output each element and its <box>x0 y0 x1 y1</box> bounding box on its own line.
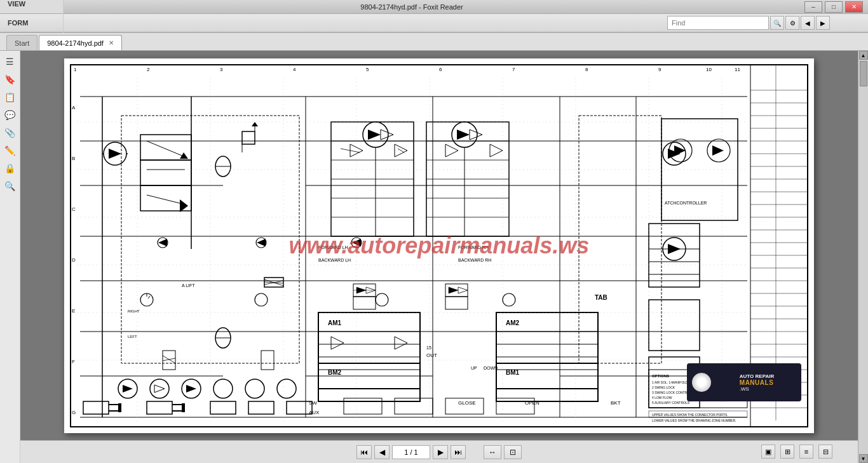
svg-rect-175 <box>118 403 121 412</box>
svg-text:4: 4 <box>293 67 296 72</box>
svg-text:2: 2 <box>147 67 150 72</box>
content-area: 1 2 3 4 5 6 7 8 9 10 11 A B C D E <box>20 51 858 463</box>
find-prev-icon[interactable]: ◀ <box>801 16 815 30</box>
svg-text:FORWARD LH: FORWARD LH <box>318 245 348 250</box>
window-controls: – □ ✕ <box>804 1 863 13</box>
doc-tab-start[interactable]: Start <box>6 35 37 50</box>
svg-text:C: C <box>72 206 76 212</box>
svg-text:6: 6 <box>439 67 442 72</box>
logo-main-text: MANUALS <box>740 379 774 386</box>
svg-text:8: 8 <box>585 67 588 72</box>
svg-text:9: 9 <box>658 67 661 72</box>
svg-text:11: 11 <box>735 67 740 72</box>
svg-text:OPEN: OPEN <box>525 400 539 406</box>
vertical-scrollbar[interactable]: ▲ ▼ <box>858 51 868 463</box>
svg-text:A: A <box>72 105 76 111</box>
svg-text:5: 5 <box>366 67 369 72</box>
last-page-button[interactable]: ⏭ <box>451 445 466 459</box>
view-mode-scroll[interactable]: ≡ <box>799 445 813 459</box>
view-mode-grid[interactable]: ⊟ <box>818 445 832 459</box>
svg-text:LOWER VALUES SHOW THE DRAWING : LOWER VALUES SHOW THE DRAWING ZONE NUMBE… <box>652 419 736 422</box>
svg-text:BKT: BKT <box>611 400 621 406</box>
scroll-down-button[interactable]: ▼ <box>859 454 868 463</box>
status-right: ▣ ⊞ ≡ ⊟ <box>761 440 832 463</box>
findbar: 🔍 ⚙ ◀ ▶ <box>667 16 830 30</box>
tabsbar: Start9804-2174hyd.pdf✕ <box>0 33 868 51</box>
svg-text:BACKWARD LH: BACKWARD LH <box>318 258 351 262</box>
tab-close-pdf[interactable]: ✕ <box>109 39 114 46</box>
svg-text:7: 7 <box>512 67 515 72</box>
pdf-viewer[interactable]: 1 2 3 4 5 6 7 8 9 10 11 A B C D E <box>20 51 858 440</box>
left-sidebar: ☰🔖📋💬📎✏️🔒🔍 <box>0 51 20 463</box>
close-button[interactable]: ✕ <box>845 1 863 13</box>
svg-text:F: F <box>72 359 75 365</box>
svg-text:G: G <box>72 410 76 415</box>
svg-text:LEFT: LEFT <box>128 335 137 339</box>
find-search-icon[interactable]: 🔍 <box>770 16 784 30</box>
brand-logo: AUTO REPAIR MANUALS .WS <box>687 363 801 401</box>
svg-text:A LIFT: A LIFT <box>182 283 195 288</box>
svg-text:2 SWING LOCK: 2 SWING LOCK <box>652 386 675 389</box>
bottom-navigation: ⏮ ◀ ▶ ⏭ ↔ ⊡ ▣ ⊞ ≡ ⊟ <box>20 440 858 463</box>
first-page-button[interactable]: ⏮ <box>356 445 372 459</box>
svg-text:B: B <box>72 156 75 161</box>
main-area: ☰🔖📋💬📎✏️🔒🔍 <box>0 51 868 463</box>
svg-text:BM1: BM1 <box>506 369 520 376</box>
svg-text:BACKWARD RH: BACKWARD RH <box>458 258 491 262</box>
find-input[interactable] <box>667 16 769 30</box>
svg-text:3 SWING LOCK CONTROL: 3 SWING LOCK CONTROL <box>652 391 691 394</box>
doc-tab-pdf[interactable]: 9804-2174hyd.pdf✕ <box>39 35 122 50</box>
titlebar: 📄 9804-2174hyd.pdf - Foxit Reader – □ ✕ <box>0 0 868 14</box>
svg-text:RIGHT: RIGHT <box>128 309 140 313</box>
svg-text:4 LOW FLOW: 4 LOW FLOW <box>652 396 672 399</box>
ribbon-tab-form[interactable]: FORM <box>0 13 64 32</box>
ribbon: FILEHOMECOMMENTVIEWFORMPROTECTSHAREFOXIT… <box>0 14 868 33</box>
view-mode-single[interactable]: ▣ <box>761 445 775 459</box>
svg-text:FORWARD RH: FORWARD RH <box>458 245 489 250</box>
svg-text:5 AUXILIARY CONTROLS: 5 AUXILIARY CONTROLS <box>652 401 690 405</box>
svg-text:OPTIONS: OPTIONS <box>652 374 669 378</box>
svg-text:15: 15 <box>426 346 431 350</box>
svg-text:UPPER VALUES SHOW THE CONNECTO: UPPER VALUES SHOW THE CONNECTOR PORTS. <box>652 413 728 417</box>
window-title: 9804-2174hyd.pdf - Foxit Reader <box>19 3 804 11</box>
svg-rect-179 <box>182 403 185 412</box>
next-page-button[interactable]: ▶ <box>433 445 448 459</box>
prev-page-button[interactable]: ◀ <box>374 445 390 459</box>
svg-text:AM1: AM1 <box>328 319 342 326</box>
logo-text: AUTO REPAIR MANUALS .WS <box>740 373 774 392</box>
svg-text:GLOSE: GLOSE <box>458 400 476 406</box>
svg-text:AM2: AM2 <box>506 319 520 326</box>
fit-width-button[interactable]: ↔ <box>484 445 501 459</box>
sidebar-btn-comments[interactable]: 💬 <box>2 107 18 123</box>
scroll-thumb[interactable] <box>860 61 867 86</box>
find-next-icon[interactable]: ▶ <box>816 16 830 30</box>
sidebar-btn-pages[interactable]: ☰ <box>2 53 18 70</box>
sidebar-btn-signatures[interactable]: ✏️ <box>2 142 18 159</box>
svg-text:DOWN: DOWN <box>484 366 498 370</box>
find-options-icon[interactable]: ⚙ <box>785 16 799 30</box>
scroll-track[interactable] <box>860 60 867 454</box>
pdf-page: 1 2 3 4 5 6 7 8 9 10 11 A B C D E <box>64 58 814 433</box>
view-mode-double[interactable]: ⊞ <box>780 445 794 459</box>
svg-text:10: 10 <box>706 67 712 72</box>
fit-page-button[interactable]: ⊡ <box>504 445 522 459</box>
svg-text:E: E <box>72 308 75 314</box>
sidebar-btn-bookmarks[interactable]: 🔖 <box>2 71 18 88</box>
svg-text:ATCHCONTROLLER: ATCHCONTROLLER <box>665 201 707 205</box>
logo-circle-icon <box>692 373 711 392</box>
minimize-button[interactable]: – <box>804 1 822 13</box>
scroll-up-button[interactable]: ▲ <box>859 51 868 60</box>
sidebar-btn-layers[interactable]: 📋 <box>2 89 18 105</box>
svg-text:D: D <box>72 257 76 263</box>
logo-bottom-text: .WS <box>740 386 749 392</box>
restore-button[interactable]: □ <box>825 1 843 13</box>
svg-text:UP: UP <box>471 366 477 370</box>
ribbon-tab-view[interactable]: VIEW <box>0 0 64 13</box>
logo-top-text: AUTO REPAIR <box>740 373 774 379</box>
sidebar-btn-attachments[interactable]: 📎 <box>2 124 18 141</box>
page-number-input[interactable] <box>392 445 430 459</box>
sidebar-btn-security[interactable]: 🔒 <box>2 160 18 177</box>
svg-text:1: 1 <box>74 67 77 72</box>
svg-text:BM2: BM2 <box>328 369 342 376</box>
sidebar-btn-search[interactable]: 🔍 <box>2 178 18 194</box>
